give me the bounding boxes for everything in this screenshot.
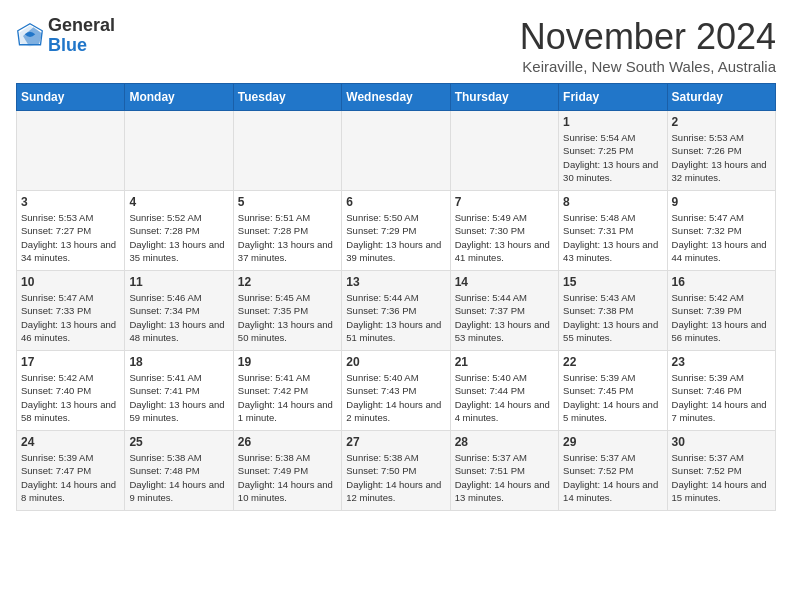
day-number: 23 [672,355,771,369]
header-day-tuesday: Tuesday [233,84,341,111]
calendar-cell: 21Sunrise: 5:40 AM Sunset: 7:44 PM Dayli… [450,351,558,431]
week-row-0: 1Sunrise: 5:54 AM Sunset: 7:25 PM Daylig… [17,111,776,191]
day-number: 19 [238,355,337,369]
day-info: Sunrise: 5:42 AM Sunset: 7:40 PM Dayligh… [21,371,120,424]
header-day-thursday: Thursday [450,84,558,111]
day-number: 11 [129,275,228,289]
calendar-cell: 28Sunrise: 5:37 AM Sunset: 7:51 PM Dayli… [450,431,558,511]
day-number: 17 [21,355,120,369]
day-number: 27 [346,435,445,449]
day-number: 26 [238,435,337,449]
header-row: SundayMondayTuesdayWednesdayThursdayFrid… [17,84,776,111]
calendar-cell [450,111,558,191]
day-info: Sunrise: 5:44 AM Sunset: 7:36 PM Dayligh… [346,291,445,344]
calendar-cell: 8Sunrise: 5:48 AM Sunset: 7:31 PM Daylig… [559,191,667,271]
day-info: Sunrise: 5:42 AM Sunset: 7:39 PM Dayligh… [672,291,771,344]
day-number: 14 [455,275,554,289]
calendar-cell: 12Sunrise: 5:45 AM Sunset: 7:35 PM Dayli… [233,271,341,351]
day-info: Sunrise: 5:41 AM Sunset: 7:41 PM Dayligh… [129,371,228,424]
day-info: Sunrise: 5:37 AM Sunset: 7:51 PM Dayligh… [455,451,554,504]
calendar-cell: 16Sunrise: 5:42 AM Sunset: 7:39 PM Dayli… [667,271,775,351]
calendar-cell: 20Sunrise: 5:40 AM Sunset: 7:43 PM Dayli… [342,351,450,431]
day-info: Sunrise: 5:50 AM Sunset: 7:29 PM Dayligh… [346,211,445,264]
title-section: November 2024 Keiraville, New South Wale… [520,16,776,75]
day-info: Sunrise: 5:40 AM Sunset: 7:44 PM Dayligh… [455,371,554,424]
day-number: 16 [672,275,771,289]
calendar-cell: 19Sunrise: 5:41 AM Sunset: 7:42 PM Dayli… [233,351,341,431]
day-number: 21 [455,355,554,369]
calendar-cell: 29Sunrise: 5:37 AM Sunset: 7:52 PM Dayli… [559,431,667,511]
day-info: Sunrise: 5:52 AM Sunset: 7:28 PM Dayligh… [129,211,228,264]
day-number: 30 [672,435,771,449]
day-number: 15 [563,275,662,289]
day-info: Sunrise: 5:38 AM Sunset: 7:49 PM Dayligh… [238,451,337,504]
calendar-cell: 17Sunrise: 5:42 AM Sunset: 7:40 PM Dayli… [17,351,125,431]
day-info: Sunrise: 5:39 AM Sunset: 7:47 PM Dayligh… [21,451,120,504]
day-info: Sunrise: 5:47 AM Sunset: 7:32 PM Dayligh… [672,211,771,264]
calendar-cell: 7Sunrise: 5:49 AM Sunset: 7:30 PM Daylig… [450,191,558,271]
day-info: Sunrise: 5:48 AM Sunset: 7:31 PM Dayligh… [563,211,662,264]
calendar-cell: 25Sunrise: 5:38 AM Sunset: 7:48 PM Dayli… [125,431,233,511]
day-info: Sunrise: 5:49 AM Sunset: 7:30 PM Dayligh… [455,211,554,264]
day-number: 22 [563,355,662,369]
day-number: 6 [346,195,445,209]
month-title: November 2024 [520,16,776,58]
day-info: Sunrise: 5:45 AM Sunset: 7:35 PM Dayligh… [238,291,337,344]
day-number: 10 [21,275,120,289]
calendar-cell: 2Sunrise: 5:53 AM Sunset: 7:26 PM Daylig… [667,111,775,191]
day-number: 7 [455,195,554,209]
day-info: Sunrise: 5:53 AM Sunset: 7:26 PM Dayligh… [672,131,771,184]
day-info: Sunrise: 5:38 AM Sunset: 7:48 PM Dayligh… [129,451,228,504]
header-day-sunday: Sunday [17,84,125,111]
day-number: 2 [672,115,771,129]
day-number: 1 [563,115,662,129]
calendar-cell: 23Sunrise: 5:39 AM Sunset: 7:46 PM Dayli… [667,351,775,431]
day-info: Sunrise: 5:37 AM Sunset: 7:52 PM Dayligh… [563,451,662,504]
calendar-cell: 1Sunrise: 5:54 AM Sunset: 7:25 PM Daylig… [559,111,667,191]
calendar-cell: 6Sunrise: 5:50 AM Sunset: 7:29 PM Daylig… [342,191,450,271]
day-number: 20 [346,355,445,369]
day-info: Sunrise: 5:53 AM Sunset: 7:27 PM Dayligh… [21,211,120,264]
day-number: 13 [346,275,445,289]
day-info: Sunrise: 5:51 AM Sunset: 7:28 PM Dayligh… [238,211,337,264]
week-row-1: 3Sunrise: 5:53 AM Sunset: 7:27 PM Daylig… [17,191,776,271]
calendar-cell [125,111,233,191]
header-day-saturday: Saturday [667,84,775,111]
day-info: Sunrise: 5:39 AM Sunset: 7:45 PM Dayligh… [563,371,662,424]
logo: General Blue [16,16,115,56]
day-number: 29 [563,435,662,449]
calendar-cell: 22Sunrise: 5:39 AM Sunset: 7:45 PM Dayli… [559,351,667,431]
calendar-cell: 24Sunrise: 5:39 AM Sunset: 7:47 PM Dayli… [17,431,125,511]
calendar-header: SundayMondayTuesdayWednesdayThursdayFrid… [17,84,776,111]
header-day-wednesday: Wednesday [342,84,450,111]
day-info: Sunrise: 5:38 AM Sunset: 7:50 PM Dayligh… [346,451,445,504]
calendar-cell: 18Sunrise: 5:41 AM Sunset: 7:41 PM Dayli… [125,351,233,431]
day-number: 3 [21,195,120,209]
calendar-cell: 9Sunrise: 5:47 AM Sunset: 7:32 PM Daylig… [667,191,775,271]
calendar-cell: 4Sunrise: 5:52 AM Sunset: 7:28 PM Daylig… [125,191,233,271]
calendar-cell [233,111,341,191]
day-info: Sunrise: 5:37 AM Sunset: 7:52 PM Dayligh… [672,451,771,504]
calendar-cell: 5Sunrise: 5:51 AM Sunset: 7:28 PM Daylig… [233,191,341,271]
calendar-cell: 14Sunrise: 5:44 AM Sunset: 7:37 PM Dayli… [450,271,558,351]
day-number: 18 [129,355,228,369]
week-row-4: 24Sunrise: 5:39 AM Sunset: 7:47 PM Dayli… [17,431,776,511]
day-number: 8 [563,195,662,209]
day-number: 28 [455,435,554,449]
day-info: Sunrise: 5:44 AM Sunset: 7:37 PM Dayligh… [455,291,554,344]
day-info: Sunrise: 5:43 AM Sunset: 7:38 PM Dayligh… [563,291,662,344]
location: Keiraville, New South Wales, Australia [520,58,776,75]
day-info: Sunrise: 5:41 AM Sunset: 7:42 PM Dayligh… [238,371,337,424]
calendar-cell: 11Sunrise: 5:46 AM Sunset: 7:34 PM Dayli… [125,271,233,351]
week-row-2: 10Sunrise: 5:47 AM Sunset: 7:33 PM Dayli… [17,271,776,351]
calendar-cell [342,111,450,191]
calendar-cell: 30Sunrise: 5:37 AM Sunset: 7:52 PM Dayli… [667,431,775,511]
page-header: General Blue November 2024 Keiraville, N… [16,16,776,75]
header-day-friday: Friday [559,84,667,111]
header-day-monday: Monday [125,84,233,111]
day-info: Sunrise: 5:40 AM Sunset: 7:43 PM Dayligh… [346,371,445,424]
calendar-body: 1Sunrise: 5:54 AM Sunset: 7:25 PM Daylig… [17,111,776,511]
day-number: 5 [238,195,337,209]
day-number: 25 [129,435,228,449]
day-number: 4 [129,195,228,209]
